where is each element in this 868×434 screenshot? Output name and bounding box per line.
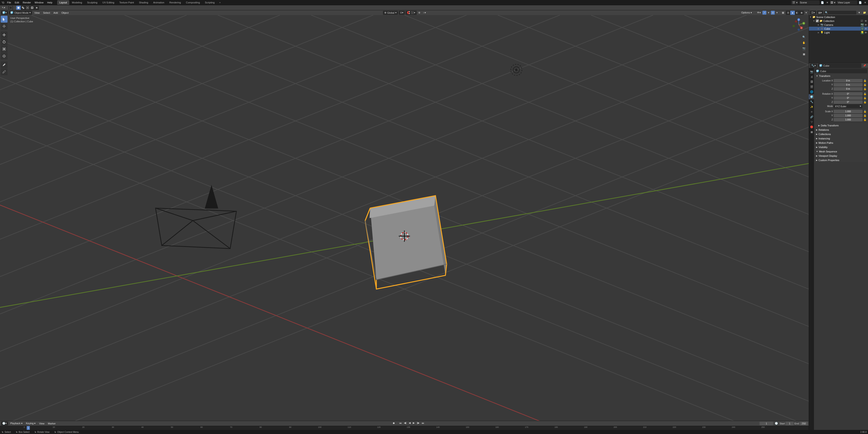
prop-tab-object[interactable]: 🧊 <box>809 94 814 99</box>
play-jump-start[interactable]: ⏮ <box>398 421 403 425</box>
play-next-key[interactable]: |▶ <box>416 421 420 425</box>
outliner-editor-dropdown[interactable]: ☰▾ <box>810 10 816 15</box>
lock-icon[interactable]: 🔓 <box>863 96 867 100</box>
outliner-search-input[interactable] <box>829 11 856 14</box>
prop-tab-scene[interactable]: 🎬 <box>809 84 814 89</box>
select-tool-icon[interactable] <box>8 5 13 10</box>
select-mode-subtract[interactable] <box>25 6 30 10</box>
outliner-scene-collection[interactable]: ▾ 📁 Scene Collection <box>809 15 868 19</box>
outliner-item-cube[interactable]: ▸ ▽ Cube ▽ 👁 <box>809 27 868 31</box>
outliner-collection[interactable]: ▾ 📁 Collection ☑ 👁 <box>809 19 868 23</box>
end-frame-field[interactable]: 250 <box>800 422 808 425</box>
nav-ortho-button[interactable]: ▦ <box>801 52 806 57</box>
select-mode-invert[interactable] <box>30 6 34 10</box>
timeline-menu-playback[interactable]: Playback ▾ <box>9 421 24 426</box>
tool-scale[interactable] <box>1 46 7 53</box>
scale-z-field[interactable]: 1.000 <box>834 118 863 121</box>
rotation-mode-dropdown[interactable]: XYZ Euler▾ <box>834 104 863 108</box>
blender-logo-icon[interactable] <box>1 0 5 5</box>
rotation-z-field[interactable]: 0° <box>834 100 863 104</box>
play-jump-end[interactable]: ⏭ <box>421 421 425 425</box>
properties-body[interactable]: 🧊 Cube ▼Transform Location X0 m🔓 Y0 m🔓 Z… <box>814 68 868 430</box>
menu-file[interactable]: File <box>5 0 13 5</box>
location-z-field[interactable]: 0 m <box>834 87 863 91</box>
start-frame-field[interactable]: 1 <box>785 422 794 425</box>
outliner-filter-button[interactable]: ▼ <box>857 11 861 15</box>
editor-type-dropdown[interactable]: 🧊▾ <box>1 11 8 15</box>
timeline-menu-marker[interactable]: Marker <box>46 422 57 426</box>
lock-icon[interactable]: 🔓 <box>863 79 867 82</box>
timeline-editor-dropdown[interactable]: 🕐▾ <box>1 422 8 426</box>
hide-toggle[interactable]: 👁 <box>865 24 868 26</box>
prop-tab-physics[interactable]: ⚛ <box>809 109 814 114</box>
panel-visibility[interactable]: ▶Visibility <box>815 145 867 149</box>
workspace-tab-rendering[interactable]: Rendering <box>167 0 183 5</box>
viewport-menu-select[interactable]: Select <box>42 11 52 15</box>
gizmo-dropdown[interactable]: ▾ <box>767 11 770 15</box>
viewlayer-delete-button[interactable]: ✕ <box>863 1 867 5</box>
lock-icon[interactable]: 🔓 <box>863 110 867 113</box>
options-dropdown[interactable]: Options ▾ <box>740 10 753 15</box>
timeline-ruler[interactable]: 0102030405060708090100110120130140150160… <box>0 426 809 430</box>
outliner-display-mode[interactable]: ▤▾ <box>817 10 823 15</box>
outliner-item-light[interactable]: ▸ 💡 Light 💡 👁 <box>809 31 868 34</box>
prop-tab-modifiers[interactable]: 🔧 <box>809 99 814 104</box>
tool-cursor-dropdown[interactable]: ↖▾ <box>1 6 6 9</box>
pivot-dropdown[interactable]: ⊙▾ <box>399 11 405 15</box>
menu-window[interactable]: Window <box>33 0 45 5</box>
prop-tab-render[interactable]: 📷 <box>809 69 814 74</box>
menu-edit[interactable]: Edit <box>13 0 21 5</box>
scene-name-field[interactable] <box>799 0 819 5</box>
current-frame-field[interactable]: 1 <box>760 422 773 425</box>
hide-toggle[interactable]: 👁 <box>865 27 868 30</box>
camera-data-icon[interactable]: 📷 <box>861 23 864 26</box>
overlays-toggle[interactable]: ⊚ <box>771 11 775 15</box>
tool-transform[interactable] <box>1 53 7 60</box>
proportional-edit-button[interactable]: ⊚ <box>417 11 421 15</box>
object-name-field[interactable]: 🧊 Cube <box>815 69 867 73</box>
select-mode-extend[interactable] <box>21 6 25 10</box>
scene-delete-button[interactable]: ✕ <box>826 1 829 5</box>
scale-y-field[interactable]: 1.000 <box>834 114 863 117</box>
lock-icon[interactable]: 🔓 <box>863 92 867 96</box>
prop-tab-meshdata[interactable]: ▽ <box>809 119 814 124</box>
hide-toggle[interactable]: 👁 <box>865 20 868 22</box>
tool-select-box[interactable] <box>1 16 7 23</box>
viewport-menu-view[interactable]: View <box>33 11 41 15</box>
prop-tab-viewlayer[interactable]: 🖼 <box>809 79 814 84</box>
viewport-menu-object[interactable]: Object <box>60 11 70 15</box>
select-mode-intersect[interactable] <box>34 6 39 10</box>
viewport-menu-add[interactable]: Add <box>52 11 60 15</box>
workspace-tab-animation[interactable]: Animation <box>151 0 167 5</box>
workspace-tab-texturepaint[interactable]: Texture Paint <box>117 0 136 5</box>
snap-dropdown[interactable]: 🧲 ⬛▾ <box>405 11 417 15</box>
tool-rotate[interactable] <box>1 38 7 46</box>
workspace-tab-sculpting[interactable]: Sculpting <box>85 0 100 5</box>
collection-enable-checkbox[interactable] <box>816 20 819 22</box>
shading-solid[interactable]: ● <box>790 11 795 15</box>
tool-cursor[interactable] <box>1 23 7 30</box>
lock-icon[interactable]: 🔓 <box>863 114 867 117</box>
light-data-icon[interactable]: 💡 <box>861 31 864 34</box>
panel-custom-properties[interactable]: ▶Custom Properties <box>815 158 867 162</box>
lock-icon[interactable]: 🔓 <box>863 87 867 91</box>
properties-editor-dropdown[interactable]: 🔧▾ <box>810 64 817 68</box>
preview-range-toggle[interactable]: 🕐 <box>774 422 779 425</box>
menu-render[interactable]: Render <box>21 0 33 5</box>
menu-help[interactable]: Help <box>45 0 54 5</box>
mode-dropdown[interactable]: 🧊 Object Mode ▾ <box>9 11 32 15</box>
panel-viewport-display[interactable]: ▶Viewport Display <box>815 154 867 158</box>
play-forward[interactable]: ▶ <box>412 421 415 425</box>
prop-tab-material[interactable]: 🔴 <box>809 124 814 129</box>
shading-wireframe[interactable]: ⊞ <box>786 11 790 15</box>
scene-name-input[interactable] <box>800 1 816 4</box>
scene-new-button[interactable]: 📄 <box>820 1 825 5</box>
properties-pin[interactable]: 📌 <box>862 64 867 67</box>
panel-delta-transform[interactable]: ▶Delta Transform <box>815 123 867 127</box>
timeline-playhead[interactable]: 1 <box>27 426 30 430</box>
select-mode-set[interactable] <box>16 6 21 10</box>
properties-breadcrumb[interactable]: 🧊 Cube <box>818 63 861 68</box>
rotation-x-field[interactable]: 0° <box>834 92 863 96</box>
play-prev-key[interactable]: ◀| <box>403 421 407 425</box>
workspace-tab-modeling[interactable]: Modeling <box>70 0 85 5</box>
